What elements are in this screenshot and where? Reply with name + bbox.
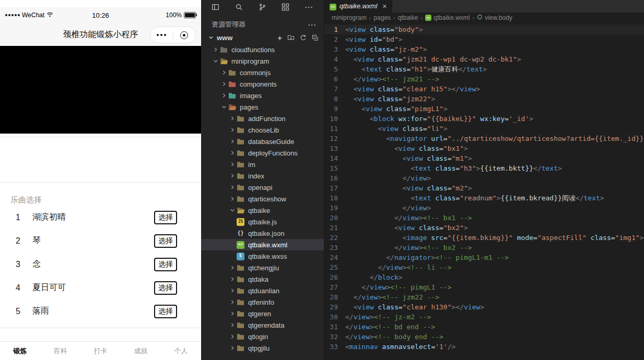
tree-item-images[interactable]: images	[201, 90, 324, 101]
select-button[interactable]: 选择	[154, 305, 177, 318]
tabbar-item-百科[interactable]: 百科	[40, 342, 80, 360]
caret-right-icon[interactable]	[228, 277, 237, 282]
code-line[interactable]: 33<mainnav asmnavselect='1'/>	[324, 342, 644, 352]
home-button[interactable]	[173, 31, 196, 39]
tree-item-qtarticeshow[interactable]: qtarticeshow	[201, 193, 324, 205]
breadcrumb-view.body[interactable]: view.body	[477, 14, 512, 21]
search-icon[interactable]	[235, 3, 243, 11]
code-line[interactable]: 11 <view class="li">	[324, 124, 644, 134]
tree-item-index[interactable]: index	[201, 170, 324, 182]
select-button[interactable]: 选择	[154, 211, 177, 224]
code-line[interactable]: 15 <text class="h3">{{item.bktt}}</text>	[324, 163, 644, 173]
select-button[interactable]: 选择	[154, 281, 177, 295]
close-icon[interactable]: ×	[382, 3, 387, 10]
select-button[interactable]: 选择	[154, 258, 177, 271]
code-line[interactable]: 1<view class="body">	[324, 25, 644, 34]
tree-item-qtchengjiu[interactable]: qtchengjiu	[201, 262, 324, 273]
tabbar-item-个人[interactable]: 个人	[161, 342, 201, 360]
video-player[interactable]	[0, 46, 201, 134]
tree-item-qtbaike.wxss[interactable]: Sqtbaike.wxss	[201, 250, 324, 262]
tree-item-qtlogin[interactable]: qtlogin	[201, 331, 324, 342]
tabbar-item-成就[interactable]: 成就	[121, 342, 161, 360]
caret-right-icon[interactable]	[228, 288, 237, 293]
caret-right-icon[interactable]	[220, 81, 228, 87]
code-line[interactable]: 19 </view>	[324, 203, 644, 213]
project-root[interactable]: www +	[201, 31, 324, 44]
code-line[interactable]: 17 <view class="m2">	[324, 183, 644, 193]
tree-item-qtbaike.js[interactable]: JSqtbaike.js	[201, 216, 324, 227]
tree-item-cloudfunctions[interactable]: cloudfunctions	[201, 44, 324, 55]
caret-right-icon[interactable]	[228, 150, 237, 155]
caret-right-icon[interactable]	[228, 322, 237, 328]
tree-item-openapi[interactable]: openapi	[201, 182, 324, 193]
caret-right-icon[interactable]	[228, 127, 237, 133]
tree-item-qtgeren[interactable]: qtgeren	[201, 308, 324, 319]
caret-right-icon[interactable]	[228, 299, 237, 305]
git-branch-icon[interactable]	[259, 3, 266, 11]
tree-item-qtduanlian[interactable]: qtduanlian	[201, 285, 324, 296]
tabbar-item-锻炼[interactable]: 锻炼	[0, 342, 40, 360]
more-button[interactable]	[150, 34, 173, 36]
code-line[interactable]: 7 <view class="clear h15"></view>	[324, 84, 644, 94]
caret-right-icon[interactable]	[228, 196, 237, 201]
code-line[interactable]: 2<view id="bd">	[324, 34, 644, 44]
code-line[interactable]: 16 </view>	[324, 173, 644, 183]
caret-right-icon[interactable]	[228, 334, 237, 339]
caret-right-icon[interactable]	[228, 265, 237, 270]
caret-right-icon[interactable]	[212, 47, 220, 52]
code-line[interactable]: 13 <view class="bx1">	[324, 143, 644, 153]
caret-right-icon[interactable]	[228, 139, 237, 144]
caret-right-icon[interactable]	[220, 70, 228, 75]
code-editor[interactable]: 1<view class="body">2<view id="bd">3<vie…	[324, 23, 644, 360]
refresh-icon[interactable]	[300, 34, 307, 41]
tree-item-miniprogram[interactable]: miniprogram	[201, 55, 324, 67]
code-line[interactable]: 23 </view><!-- bx2 -->	[324, 243, 644, 253]
tree-item-databaseGuide[interactable]: databaseGuide	[201, 136, 324, 147]
caret-right-icon[interactable]	[228, 311, 237, 316]
new-folder-icon[interactable]	[287, 34, 295, 41]
tree-item-qtpgjilu[interactable]: qtpgjilu	[201, 342, 324, 354]
code-line[interactable]: 22 <image src="{{item.bkimg}}" mode="asp…	[324, 233, 644, 243]
code-line[interactable]: 9 <view class="pimgL1">	[324, 104, 644, 114]
tree-item-qtfeninfo[interactable]: qtfeninfo	[201, 296, 324, 308]
new-file-icon[interactable]: +	[277, 34, 282, 42]
tree-item-qtbaike[interactable]: qtbaike	[201, 205, 324, 216]
tree-item-qtdaka[interactable]: qtdaka	[201, 273, 324, 285]
select-button[interactable]: 选择	[154, 234, 177, 248]
more-icon[interactable]: ···	[305, 4, 313, 10]
tree-item-components[interactable]: components	[201, 78, 324, 90]
caret-right-icon[interactable]	[228, 345, 237, 351]
code-line[interactable]: 27 </view><!-- pimgL1 -->	[324, 282, 644, 292]
tabbar-item-打卡[interactable]: 打卡	[80, 342, 121, 360]
explorer-more-icon[interactable]: ···	[308, 21, 317, 28]
code-line[interactable]: 6 </view><!-- jzm21 -->	[324, 74, 644, 84]
caret-right-icon[interactable]	[220, 93, 228, 98]
tree-item-commonjs[interactable]: commonjs	[201, 67, 324, 78]
code-line[interactable]: 26 </block>	[324, 272, 644, 282]
chevron-down-icon[interactable]	[208, 35, 217, 40]
code-line[interactable]: 18 <text class="readnum">{{item.bkread}}…	[324, 193, 644, 203]
caret-down-icon[interactable]	[228, 208, 237, 213]
code-line[interactable]: 21 <view class="bx2">	[324, 223, 644, 233]
code-line[interactable]: 25 </view><!-- li -->	[324, 262, 644, 272]
code-line[interactable]: 3<view class="jz-m2">	[324, 44, 644, 54]
tree-item-qtgerendata[interactable]: qtgerendata	[201, 319, 324, 331]
caret-right-icon[interactable]	[228, 185, 237, 190]
caret-right-icon[interactable]	[228, 173, 237, 178]
layout-icon[interactable]	[212, 3, 219, 11]
code-line[interactable]: 4 <view class="jzm21 dc-wp1 dc-wp2 dc-bk…	[324, 54, 644, 64]
tree-item-qtbaike.json[interactable]: {}qtbaike.json	[201, 227, 324, 239]
tree-item-pages[interactable]: pages	[201, 101, 324, 113]
code-line[interactable]: 24 </navigator><!-- pimgL1-m1 -->	[324, 253, 644, 262]
code-line[interactable]: 31</view><!-- bd end -->	[324, 322, 644, 332]
tree-item-im[interactable]: im	[201, 159, 324, 170]
code-line[interactable]: 20 </view><!-- bx1 -->	[324, 213, 644, 223]
code-line[interactable]: 10 <block wx:for="{{baikeL}}" wx:key='_i…	[324, 114, 644, 124]
breadcrumb-pages[interactable]: pages	[373, 14, 391, 21]
code-line[interactable]: 30</view><!-- jz-m2 -->	[324, 312, 644, 322]
code-line[interactable]: 12 <navigator url="../qtarticeshow/qtart…	[324, 134, 644, 143]
breadcrumb-qtbaike.wxml[interactable]: <>qtbaike.wxml	[425, 14, 470, 21]
caret-right-icon[interactable]	[228, 116, 237, 121]
code-line[interactable]: 14 <view class="m1">	[324, 153, 644, 163]
breadcrumb-qtbaike[interactable]: qtbaike	[398, 14, 418, 21]
